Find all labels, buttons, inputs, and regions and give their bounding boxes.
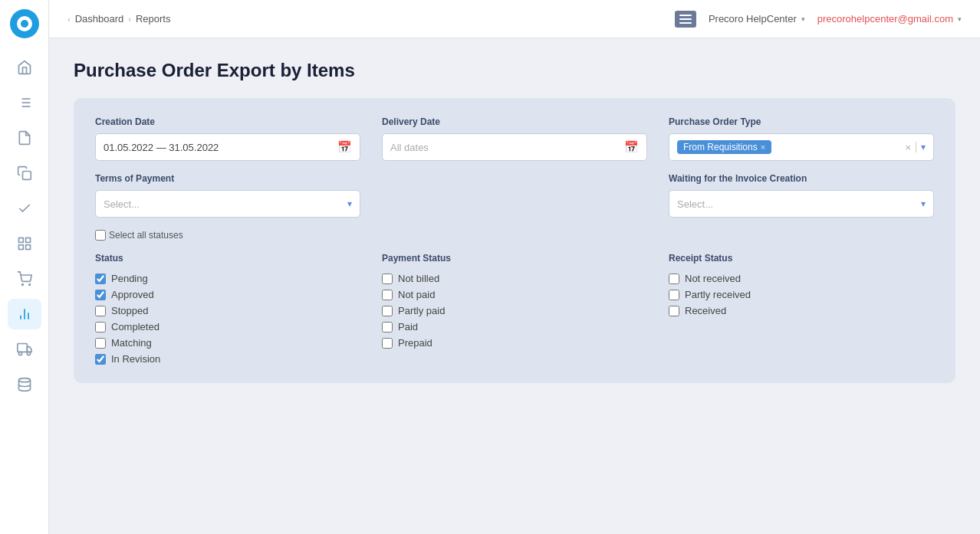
status-stopped-checkbox[interactable] — [95, 306, 106, 316]
payment-paid-label[interactable]: Paid — [398, 321, 418, 333]
status-pending-label[interactable]: Pending — [111, 273, 148, 284]
sidebar-item-requisitions[interactable] — [8, 158, 41, 188]
sidebar-item-delivery[interactable] — [8, 334, 41, 365]
status-in-revision-checkbox[interactable] — [95, 354, 106, 365]
app-logo[interactable] — [10, 9, 39, 38]
status-matching-row: Matching — [95, 337, 360, 349]
waiting-invoice-label: Waiting for the Invoice Creation — [669, 173, 934, 184]
page-title: Purchase Order Export by Items — [74, 60, 955, 81]
sidebar-item-reports[interactable] — [8, 299, 41, 329]
select-all-checkbox[interactable] — [95, 230, 106, 241]
po-type-tag-remove[interactable]: × — [761, 143, 765, 152]
creation-date-value: 01.05.2022 — 31.05.2022 — [104, 142, 219, 153]
payment-not-paid-label[interactable]: Not paid — [398, 289, 435, 300]
status-approved-label[interactable]: Approved — [111, 289, 154, 300]
status-in-revision-label[interactable]: In Revision — [111, 353, 160, 365]
creation-date-input[interactable]: 01.05.2022 — 31.05.2022 📅 — [95, 133, 360, 161]
sidebar-item-home[interactable] — [8, 52, 41, 83]
waiting-invoice-select[interactable]: Select... ▾ — [669, 190, 934, 218]
svg-rect-7 — [18, 238, 23, 243]
company-chevron-icon: ▾ — [801, 15, 805, 23]
breadcrumb: ‹ Dashboard › Reports — [67, 13, 170, 25]
payment-paid-row: Paid — [382, 321, 647, 333]
po-type-controls: × ▾ — [905, 142, 926, 153]
payment-not-billed-label[interactable]: Not billed — [398, 273, 439, 284]
sidebar-item-approvals[interactable] — [8, 193, 41, 224]
receipt-not-received-label[interactable]: Not received — [685, 273, 741, 284]
delivery-date-input[interactable]: All dates 📅 — [382, 133, 647, 161]
status-in-revision-row: In Revision — [95, 353, 360, 365]
status-group: Status Pending Approved Stopped — [95, 253, 360, 365]
sidebar-item-receiving[interactable] — [8, 264, 41, 294]
topbar: ‹ Dashboard › Reports Precoro HelpCenter… — [49, 0, 980, 38]
delivery-date-section: Delivery Date All dates 📅 — [382, 116, 647, 161]
payment-status-group-title: Payment Status — [382, 253, 647, 264]
po-type-value: From Requisitions × — [677, 140, 771, 154]
sidebar-item-documents[interactable] — [8, 123, 41, 153]
payment-paid-checkbox[interactable] — [382, 322, 393, 333]
receipt-partly-received-row: Partly received — [669, 289, 934, 300]
user-menu[interactable]: precorohelpcenter@gmail.com ▾ — [817, 13, 962, 25]
status-completed-checkbox[interactable] — [95, 322, 106, 333]
status-approved-checkbox[interactable] — [95, 290, 106, 300]
status-pending-row: Pending — [95, 273, 360, 284]
terms-payment-select[interactable]: Select... ▾ — [95, 190, 360, 218]
payment-partly-paid-label[interactable]: Partly paid — [398, 305, 445, 316]
company-selector[interactable]: Precoro HelpCenter ▾ — [709, 13, 805, 25]
status-matching-label[interactable]: Matching — [111, 337, 152, 349]
po-type-section: Purchase Order Type From Requisitions × … — [669, 116, 934, 161]
po-type-select[interactable]: From Requisitions × × ▾ — [669, 133, 934, 161]
terms-payment-label: Terms of Payment — [95, 173, 360, 184]
sidebar-item-orders[interactable] — [8, 87, 41, 118]
creation-date-calendar-icon: 📅 — [337, 140, 352, 154]
po-type-tag-text: From Requisitions — [683, 142, 758, 152]
topbar-right: Precoro HelpCenter ▾ precorohelpcenter@g… — [675, 11, 962, 28]
status-approved-row: Approved — [95, 289, 360, 300]
payment-prepaid-label[interactable]: Prepaid — [398, 337, 432, 349]
svg-point-18 — [27, 352, 30, 355]
payment-not-billed-checkbox[interactable] — [382, 274, 393, 284]
status-group-title: Status — [95, 253, 360, 264]
filter-card: Creation Date 01.05.2022 — 31.05.2022 📅 … — [74, 98, 955, 383]
creation-date-section: Creation Date 01.05.2022 — 31.05.2022 📅 — [95, 116, 360, 161]
receipt-not-received-row: Not received — [669, 273, 934, 284]
sidebar — [0, 0, 49, 534]
receipt-partly-received-checkbox[interactable] — [669, 290, 679, 300]
main-area: ‹ Dashboard › Reports Precoro HelpCenter… — [49, 0, 980, 534]
chevron-left-icon: ‹ — [67, 15, 71, 24]
svg-rect-9 — [25, 245, 30, 250]
receipt-not-received-checkbox[interactable] — [669, 274, 679, 284]
breadcrumb-dashboard[interactable]: Dashboard — [75, 13, 124, 25]
status-completed-row: Completed — [95, 321, 360, 333]
receipt-received-label[interactable]: Received — [685, 305, 726, 316]
content-area: Purchase Order Export by Items Creation … — [49, 38, 980, 534]
payment-prepaid-checkbox[interactable] — [382, 338, 393, 349]
payment-status-group: Payment Status Not billed Not paid Partl… — [382, 253, 647, 365]
grid-icon[interactable] — [675, 11, 696, 28]
po-type-chevron-icon[interactable]: ▾ — [921, 142, 926, 152]
status-matching-checkbox[interactable] — [95, 338, 106, 349]
receipt-partly-received-label[interactable]: Partly received — [685, 289, 751, 300]
company-name: Precoro HelpCenter — [709, 13, 797, 25]
breadcrumb-reports[interactable]: Reports — [136, 13, 171, 25]
select-all-label[interactable]: Select all statuses — [109, 230, 183, 241]
payment-partly-paid-checkbox[interactable] — [382, 306, 393, 316]
po-type-clear-icon[interactable]: × — [905, 142, 911, 153]
waiting-invoice-placeholder: Select... — [677, 198, 713, 210]
receipt-status-group: Receipt Status Not received Partly recei… — [669, 253, 934, 365]
svg-point-12 — [28, 284, 30, 286]
sidebar-item-catalog[interactable] — [8, 228, 41, 259]
payment-not-paid-checkbox[interactable] — [382, 290, 393, 300]
user-chevron-icon: ▾ — [958, 15, 962, 23]
select-all-row: Select all statuses — [95, 230, 934, 241]
status-completed-label[interactable]: Completed — [111, 321, 159, 333]
svg-point-11 — [21, 284, 23, 286]
waiting-invoice-chevron-icon: ▾ — [921, 198, 926, 209]
svg-rect-16 — [17, 344, 26, 352]
status-pending-checkbox[interactable] — [95, 274, 106, 284]
status-stopped-label[interactable]: Stopped — [111, 305, 148, 316]
breadcrumb-sep-1: › — [128, 15, 131, 24]
sidebar-item-integrations[interactable] — [8, 369, 41, 400]
user-email: precorohelpcenter@gmail.com — [817, 13, 953, 25]
receipt-received-checkbox[interactable] — [669, 306, 679, 316]
